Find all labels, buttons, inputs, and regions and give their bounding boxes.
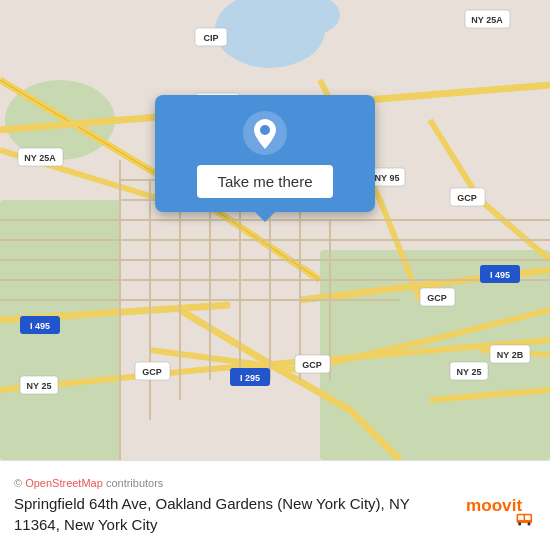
svg-text:NY 25: NY 25 [457, 367, 482, 377]
svg-text:GCP: GCP [302, 360, 322, 370]
osm-link[interactable]: OpenStreetMap [25, 477, 103, 489]
svg-text:NY 95: NY 95 [375, 173, 400, 183]
svg-point-52 [260, 125, 270, 135]
moovit-logo: moovit [466, 485, 536, 527]
svg-rect-56 [525, 515, 530, 520]
svg-text:GCP: GCP [427, 293, 447, 303]
svg-rect-55 [518, 515, 523, 520]
svg-text:NY 2B: NY 2B [497, 350, 524, 360]
svg-text:I 495: I 495 [490, 270, 510, 280]
svg-text:NY 25A: NY 25A [471, 15, 503, 25]
osm-attribution: © OpenStreetMap contributors [14, 477, 454, 489]
address-text: Springfield 64th Ave, Oakland Gardens (N… [14, 493, 454, 535]
svg-text:NY 25: NY 25 [27, 381, 52, 391]
map-container[interactable]: NY 25A NY 25A NY 25A CIP I 495 I 495 I 2… [0, 0, 550, 460]
info-left: © OpenStreetMap contributors Springfield… [14, 477, 454, 535]
copyright-symbol: © [14, 477, 22, 489]
popup-card: Take me there [155, 95, 375, 212]
svg-text:GCP: GCP [457, 193, 477, 203]
svg-text:I 495: I 495 [30, 321, 50, 331]
moovit-logo-image: moovit [466, 485, 536, 527]
svg-text:moovit: moovit [466, 496, 522, 515]
svg-text:NY 25A: NY 25A [24, 153, 56, 163]
svg-point-58 [527, 522, 530, 525]
svg-text:I 295: I 295 [240, 373, 260, 383]
info-bar: © OpenStreetMap contributors Springfield… [0, 460, 550, 550]
location-pin-icon [243, 111, 287, 155]
svg-text:CIP: CIP [203, 33, 218, 43]
contributors-text: contributors [106, 477, 163, 489]
svg-point-57 [518, 522, 521, 525]
take-me-there-button[interactable]: Take me there [197, 165, 332, 198]
svg-text:GCP: GCP [142, 367, 162, 377]
